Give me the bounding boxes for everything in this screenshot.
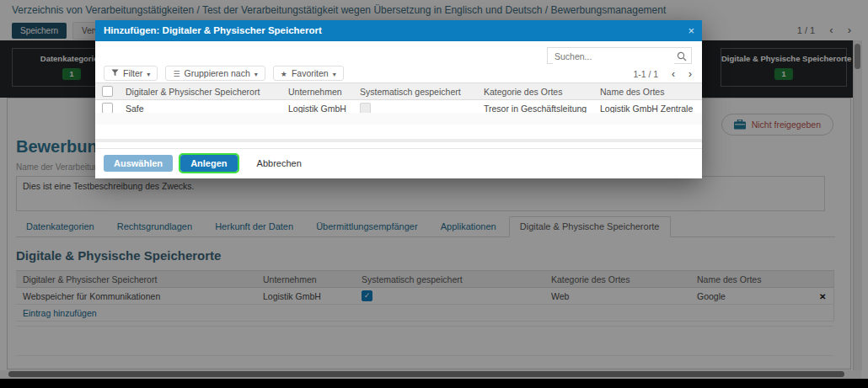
groupby-button[interactable]: ☰Gruppieren nach▾ xyxy=(165,66,265,81)
funnel-icon xyxy=(111,69,119,77)
dialog-pager: 1-1 / 1 ‹ › xyxy=(633,68,692,80)
window-bottom-bar xyxy=(0,379,868,388)
caret-down-icon: ▾ xyxy=(147,71,150,78)
col-header[interactable]: Digitaler & Physischer Speicherort xyxy=(119,83,281,100)
empty-zebra-row xyxy=(95,113,702,125)
dialog-record-table: ✓ Digitaler & Physischer Speicherort Unt… xyxy=(95,82,702,117)
favorites-button[interactable]: ★Favoriten▾ xyxy=(273,66,344,81)
search-input[interactable] xyxy=(553,49,674,64)
table-header-row: ✓ Digitaler & Physischer Speicherort Unt… xyxy=(95,83,702,100)
search-icon[interactable] xyxy=(677,51,687,61)
dialog-title: Hinzufügen: Digitaler & Physischer Speic… xyxy=(104,25,322,35)
search-box xyxy=(547,47,692,64)
dialog-footer: Auswählen Anlegen Abbrechen xyxy=(95,148,702,179)
add-speicherort-dialog: Hinzufügen: Digitaler & Physischer Speic… xyxy=(95,20,702,178)
star-icon: ★ xyxy=(281,70,287,78)
col-header[interactable]: Systematisch gespeichert xyxy=(353,83,477,100)
filter-button[interactable]: Filter▾ xyxy=(104,66,158,81)
col-header[interactable]: Unternehmen xyxy=(281,83,353,100)
col-header[interactable]: Name des Ortes xyxy=(593,83,702,100)
cancel-button[interactable]: Abbrechen xyxy=(252,155,307,172)
list-scroll-track xyxy=(95,139,702,142)
pager-prev-icon[interactable]: ‹ xyxy=(672,68,675,80)
caret-down-icon: ▾ xyxy=(255,71,258,78)
select-all-checkbox[interactable]: ✓ xyxy=(102,86,113,97)
dialog-header: Hinzufügen: Digitaler & Physischer Speic… xyxy=(95,20,702,41)
caret-down-icon: ▾ xyxy=(333,71,336,78)
app-window: Verzeichnis von Verarbeitungstätigkeiten… xyxy=(0,0,868,388)
select-button[interactable]: Auswählen xyxy=(104,155,173,172)
col-header[interactable]: Kategorie des Ortes xyxy=(477,83,593,100)
search-facets: Filter▾ ☰Gruppieren nach▾ ★Favoriten▾ xyxy=(104,66,349,81)
pager-next-icon[interactable]: › xyxy=(689,68,692,80)
list-icon: ☰ xyxy=(173,70,179,78)
pager-count: 1-1 / 1 xyxy=(633,69,658,79)
close-icon[interactable]: × xyxy=(688,20,694,41)
create-button[interactable]: Anlegen xyxy=(180,155,237,172)
